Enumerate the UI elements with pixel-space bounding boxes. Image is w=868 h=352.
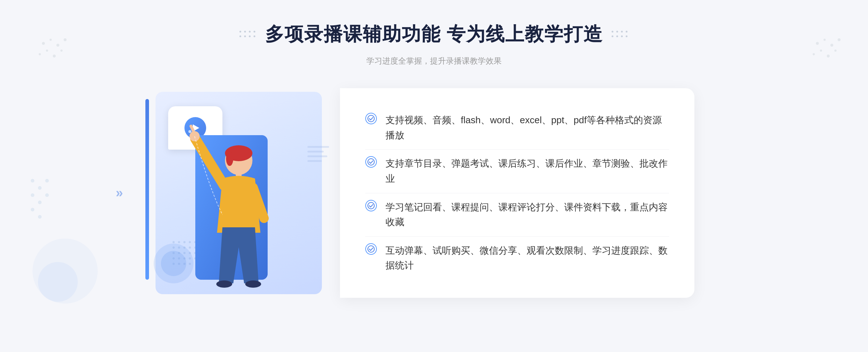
check-icon-3 xyxy=(365,200,377,211)
svg-point-12 xyxy=(827,55,830,57)
header-decorator-right xyxy=(612,31,629,38)
svg-point-10 xyxy=(830,44,833,47)
stripe-decoration xyxy=(307,146,329,162)
main-content: » xyxy=(145,81,723,305)
svg-point-21 xyxy=(45,193,49,197)
svg-point-14 xyxy=(813,53,815,55)
svg-point-11 xyxy=(820,50,822,52)
feature-text-3: 学习笔记回看、课程提问、课程评论打分、课件资料下载，重点内容收藏 xyxy=(386,200,669,230)
svg-point-25 xyxy=(38,262,78,302)
svg-point-6 xyxy=(39,53,41,55)
check-icon-2 xyxy=(365,156,377,168)
feature-text-1: 支持视频、音频、flash、word、excel、ppt、pdf等各种格式的资源… xyxy=(386,113,669,143)
page-header: 多项录播课辅助功能 专为线上教学打造 xyxy=(239,22,629,47)
svg-point-0 xyxy=(42,42,45,45)
left-arrow-decoration: » xyxy=(116,185,123,201)
check-icon-4 xyxy=(365,243,377,255)
person-illustration xyxy=(166,117,282,298)
svg-point-18 xyxy=(45,179,49,183)
blue-vertical-bar xyxy=(145,99,149,280)
svg-point-23 xyxy=(38,215,42,219)
svg-point-70 xyxy=(368,202,374,209)
svg-point-24 xyxy=(33,239,98,304)
feature-item-4: 互动弹幕、试听购买、微信分享、观看次数限制、学习进度跟踪、数据统计 xyxy=(365,236,669,280)
svg-point-2 xyxy=(56,44,59,47)
svg-point-64 xyxy=(245,280,261,288)
svg-point-7 xyxy=(64,38,67,41)
svg-point-9 xyxy=(824,39,826,41)
svg-point-13 xyxy=(834,50,837,52)
svg-point-15 xyxy=(838,38,841,41)
svg-point-57 xyxy=(226,151,233,166)
svg-point-16 xyxy=(31,179,34,183)
page-wrapper: 多项录播课辅助功能 专为线上教学打造 学习进度全掌握，提升录播课教学效果 » xyxy=(0,0,868,352)
svg-point-67 xyxy=(188,130,191,133)
svg-point-65 xyxy=(184,144,188,148)
svg-point-3 xyxy=(46,50,48,52)
page-title: 多项录播课辅助功能 专为线上教学打造 xyxy=(265,22,603,47)
feature-item-3: 学习笔记回看、课程提问、课程评论打分、课件资料下载，重点内容收藏 xyxy=(365,193,669,236)
svg-point-1 xyxy=(50,39,52,41)
feature-text-2: 支持章节目录、弹题考试、课后练习、课后作业、章节测验、批改作业 xyxy=(386,156,669,186)
feature-item-1: 支持视频、音频、flash、word、excel、ppt、pdf等各种格式的资源… xyxy=(365,106,669,149)
left-image-section xyxy=(145,81,340,305)
header-decorator-left xyxy=(239,31,256,38)
svg-point-8 xyxy=(816,42,819,45)
svg-point-63 xyxy=(216,280,232,288)
page-subtitle: 学习进度全掌握，提升录播课教学效果 xyxy=(366,56,502,66)
feature-item-2: 支持章节目录、弹题考试、课后练习、课后作业、章节测验、批改作业 xyxy=(365,149,669,193)
svg-point-22 xyxy=(31,208,34,211)
feature-text-4: 互动弹幕、试听购买、微信分享、观看次数限制、学习进度跟踪、数据统计 xyxy=(386,243,669,273)
svg-point-17 xyxy=(38,186,42,190)
svg-point-4 xyxy=(53,55,56,57)
svg-point-66 xyxy=(182,138,184,140)
check-icon-1 xyxy=(365,113,377,124)
svg-point-68 xyxy=(368,115,374,122)
svg-point-71 xyxy=(368,246,374,252)
svg-point-20 xyxy=(38,201,42,204)
svg-point-69 xyxy=(368,159,374,165)
svg-point-5 xyxy=(60,50,63,52)
svg-point-19 xyxy=(31,193,34,197)
features-card: 支持视频、音频、flash、word、excel、ppt、pdf等各种格式的资源… xyxy=(340,88,694,298)
